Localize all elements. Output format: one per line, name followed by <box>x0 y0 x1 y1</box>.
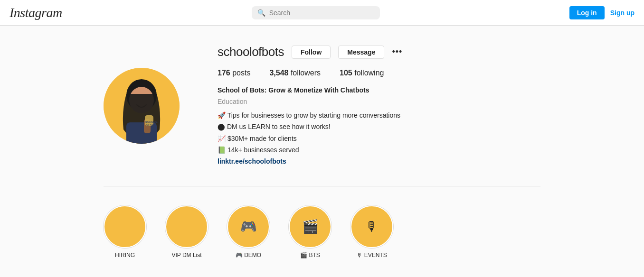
followers-label: followers <box>291 69 321 77</box>
highlight-circle-demo[interactable]: 🎮 <box>227 205 270 248</box>
highlight-hiring[interactable]: HIRING <box>104 205 146 259</box>
bio-line-4: 📗 14k+ businesses served <box>218 145 540 155</box>
bio-link[interactable]: linktr.ee/schoolofbots <box>218 157 286 165</box>
following-stat[interactable]: 105 following <box>340 69 384 77</box>
search-bar[interactable]: 🔍 <box>252 6 380 19</box>
highlight-label-demo: 🎮 DEMO <box>236 252 261 259</box>
highlight-vip[interactable]: VIP DM List <box>165 205 208 259</box>
svg-text:SCHOOL: SCHOOL <box>145 120 158 123</box>
more-button[interactable]: ••• <box>392 47 402 57</box>
avatar-illustration: SCHOOL OF BOTS <box>104 68 180 144</box>
posts-count: 176 <box>218 69 230 77</box>
header: Instagram 🔍 Log in Sign up <box>0 0 644 26</box>
profile-section: SCHOOL OF BOTS schoolofbots Follow Messa… <box>104 45 540 167</box>
highlight-label-events: 🎙 EVENTS <box>357 252 387 259</box>
followers-stat[interactable]: 3,548 followers <box>269 69 321 77</box>
follow-button[interactable]: Follow <box>292 46 331 59</box>
highlight-label-bts: 🎬 BTS <box>300 252 320 259</box>
auth-buttons: Log in Sign up <box>569 6 635 19</box>
highlight-circle-bts[interactable]: 🎬 <box>289 205 331 248</box>
search-icon: 🔍 <box>257 9 265 17</box>
profile-top: schoolofbots Follow Message ••• <box>218 45 540 59</box>
followers-count: 3,548 <box>269 69 288 77</box>
bio-category: Education <box>218 96 540 107</box>
highlight-events[interactable]: 🎙 🎙 EVENTS <box>350 205 393 259</box>
message-button[interactable]: Message <box>338 46 384 59</box>
highlight-label-hiring: HIRING <box>115 252 135 259</box>
highlight-demo[interactable]: 🎮 🎮 DEMO <box>227 205 270 259</box>
username: schoolofbots <box>218 45 284 59</box>
bio-line-2: ⬤ DM us LEARN to see how it works! <box>218 121 540 132</box>
highlight-circle-hiring[interactable] <box>104 205 146 248</box>
profile-info: schoolofbots Follow Message ••• 176 post… <box>218 45 540 167</box>
avatar-wrap: SCHOOL OF BOTS <box>104 45 180 167</box>
following-count: 105 <box>340 69 352 77</box>
posts-stat: 176 posts <box>218 69 250 77</box>
profile-stats: 176 posts 3,548 followers 105 following <box>218 69 540 77</box>
following-label: following <box>354 69 384 77</box>
bio-name: School of Bots: Grow & Monetize With Cha… <box>218 85 540 95</box>
main-content: SCHOOL OF BOTS schoolofbots Follow Messa… <box>94 26 550 277</box>
bio-line-3: 📈 $30M+ made for clients <box>218 133 540 144</box>
posts-label: posts <box>232 69 250 77</box>
avatar: SCHOOL OF BOTS <box>104 68 180 144</box>
bio-line-1: 🚀 Tips for businesses to grow by startin… <box>218 110 540 120</box>
divider <box>104 186 540 186</box>
login-button[interactable]: Log in <box>569 6 605 19</box>
highlights-section: HIRING VIP DM List 🎮 🎮 DEMO 🎬 🎬 BTS 🎙 🎙 … <box>104 196 540 268</box>
highlight-label-vip: VIP DM List <box>171 252 201 259</box>
highlight-circle-events[interactable]: 🎙 <box>350 205 393 248</box>
svg-text:OF BOTS: OF BOTS <box>146 124 157 127</box>
profile-bio: School of Bots: Grow & Monetize With Cha… <box>218 85 540 167</box>
search-input[interactable] <box>269 9 374 17</box>
signup-button[interactable]: Sign up <box>610 9 635 17</box>
highlight-circle-vip[interactable] <box>165 205 208 248</box>
highlight-bts[interactable]: 🎬 🎬 BTS <box>289 205 331 259</box>
instagram-logo: Instagram <box>9 5 62 20</box>
